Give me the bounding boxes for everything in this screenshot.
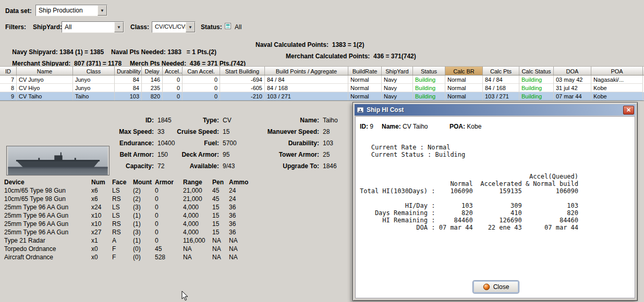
ship-table-header: IDNameClassDurabilityDelayAccel...Can Ac… bbox=[0, 66, 644, 76]
cell: 84 / 84 bbox=[483, 76, 519, 84]
detail-label: Available: bbox=[151, 162, 219, 170]
column-header[interactable]: Calc Pts bbox=[483, 67, 519, 75]
cell: 84 / 84 bbox=[265, 76, 348, 84]
column-header[interactable]: Can Accel. bbox=[183, 67, 220, 75]
detail-value: CV bbox=[223, 117, 232, 124]
cell: NA bbox=[212, 236, 229, 245]
column-header[interactable]: Name bbox=[17, 67, 73, 75]
cell: RS bbox=[112, 220, 133, 228]
dataset-select[interactable]: Ship Production ▼ bbox=[35, 5, 107, 16]
cell: 36 bbox=[229, 228, 250, 236]
cell: 0 bbox=[155, 220, 183, 228]
table-row[interactable]: 9CV TaihoTaiho10382000-210103 / 271Norma… bbox=[0, 92, 644, 100]
table-row[interactable]: 7CV JunyoJunyo8414600-69484 / 84NormalNa… bbox=[0, 76, 644, 84]
cell: NA bbox=[183, 245, 212, 253]
cell: 10cm/65 Type 98 Gun bbox=[4, 186, 91, 195]
device-row: 25mm Type 96 AA Gunx10LS(1)04,0001536 bbox=[4, 211, 250, 220]
column-header[interactable]: Status bbox=[413, 67, 445, 75]
column-header[interactable]: ShipYard bbox=[382, 67, 413, 75]
cell: 36 bbox=[229, 211, 250, 220]
cell: 45 bbox=[212, 195, 229, 203]
cell: NA bbox=[212, 253, 229, 261]
cell: x0 bbox=[91, 253, 112, 261]
cell: CV Hiyo bbox=[17, 84, 73, 92]
status-filter-icon[interactable] bbox=[224, 22, 233, 30]
cell: (3) bbox=[133, 203, 155, 211]
column-header[interactable]: BuildRate bbox=[348, 67, 382, 75]
poa-value: Kobe bbox=[467, 123, 481, 130]
column-header[interactable]: POA bbox=[591, 67, 643, 75]
id-value: 9 bbox=[370, 123, 373, 130]
cell: x6 bbox=[91, 186, 112, 195]
detail-value: 1846 bbox=[323, 162, 337, 170]
column-header[interactable]: Durability bbox=[115, 67, 142, 75]
chevron-down-icon[interactable]: ▼ bbox=[114, 22, 124, 32]
chevron-down-icon[interactable]: ▼ bbox=[186, 22, 195, 32]
cell: (1) bbox=[133, 236, 155, 245]
cell: 25mm Type 96 AA Gun bbox=[4, 211, 91, 220]
cell: (0) bbox=[133, 253, 155, 261]
dialog-titlebar[interactable]: Ship HI Cost ✕ bbox=[355, 104, 636, 116]
device-column-header: Device bbox=[4, 178, 91, 186]
hi-cost-text: Current Rate : Normal Current Status : B… bbox=[360, 144, 578, 231]
cell: 45 bbox=[155, 245, 183, 253]
cell: LS bbox=[112, 211, 133, 220]
cell: Normal bbox=[445, 84, 483, 92]
cell: Building bbox=[519, 92, 554, 100]
detail-value: 15 bbox=[223, 128, 229, 135]
cell: (3) bbox=[133, 228, 155, 236]
column-header[interactable]: DOA bbox=[554, 67, 591, 75]
column-header[interactable]: Class bbox=[73, 67, 115, 75]
dialog-ship-id: ID: 9 bbox=[360, 123, 373, 130]
device-row: Torpedo Ordnancex0F(0)45NANANA bbox=[4, 245, 250, 253]
cell: 4,000 bbox=[183, 203, 212, 211]
cell: 0 bbox=[183, 76, 220, 84]
cell: 103 bbox=[115, 92, 142, 100]
app-window: Data set: Ship Production ▼ Filters: Shi… bbox=[0, 0, 644, 302]
detail-label: Max Speed: bbox=[86, 128, 154, 135]
cell: -210 bbox=[220, 92, 265, 100]
column-header[interactable]: Start Building bbox=[220, 67, 265, 75]
detail-value: 25 bbox=[323, 151, 330, 158]
ship-table: IDNameClassDurabilityDelayAccel...Can Ac… bbox=[0, 66, 644, 101]
naval-calculated-points: Naval Calculated Points: 1383 = 1(2) bbox=[256, 41, 364, 48]
detail-label: Capacity: bbox=[86, 162, 154, 170]
cell: x10 bbox=[91, 211, 112, 220]
cell: NA bbox=[212, 245, 229, 253]
cell: Building bbox=[519, 76, 554, 84]
column-header[interactable]: Build Points / Aggregate bbox=[265, 67, 348, 75]
shipyard-select[interactable]: All ▼ bbox=[62, 21, 124, 33]
column-header[interactable]: Calc Status bbox=[519, 67, 554, 75]
column-header[interactable]: Delay bbox=[142, 67, 163, 75]
cell: CV Junyo bbox=[17, 76, 73, 84]
cell: 25mm Type 96 AA Gun bbox=[4, 220, 91, 228]
cell: 7 bbox=[0, 76, 17, 84]
shipyard-filter-label: ShipYard: bbox=[33, 23, 62, 31]
mouse-cursor bbox=[181, 291, 189, 301]
column-header[interactable]: ID bbox=[0, 67, 17, 75]
table-row[interactable]: 8CV HiyoJunyo8423500-60584 / 168NormalNa… bbox=[0, 84, 644, 92]
class-select[interactable]: CV/CVL/CVE ▼ bbox=[152, 21, 196, 33]
close-button[interactable]: Close bbox=[472, 280, 519, 294]
device-row: Aircraft Ordnancex0F(0)528NANANA bbox=[4, 253, 250, 261]
cell: 24 bbox=[229, 195, 250, 203]
class-filter-label: Class: bbox=[130, 23, 149, 31]
ship-photo bbox=[6, 146, 110, 175]
name-value: CV Taiho bbox=[403, 123, 428, 130]
cell: Normal bbox=[348, 76, 382, 84]
column-header[interactable]: Calc BR bbox=[445, 67, 483, 75]
column-header[interactable]: Accel... bbox=[163, 67, 183, 75]
cell: Kobe bbox=[591, 84, 643, 92]
cell: 25mm Type 96 AA Gun bbox=[4, 203, 91, 211]
cell: 0 bbox=[183, 84, 220, 92]
detail-label: Durability: bbox=[251, 140, 319, 147]
close-icon[interactable]: ✕ bbox=[623, 106, 634, 115]
dialog-ship-icon bbox=[357, 106, 364, 114]
device-row: 25mm Type 96 AA Gunx27RS(3)04,0001536 bbox=[4, 228, 250, 236]
cell: NA bbox=[229, 236, 250, 245]
cell: 235 bbox=[142, 84, 163, 92]
detail-value: Taiho bbox=[323, 117, 338, 124]
cell: 25mm Type 96 AA Gun bbox=[4, 228, 91, 236]
chevron-down-icon[interactable]: ▼ bbox=[98, 5, 107, 16]
cell: 820 bbox=[142, 92, 163, 100]
